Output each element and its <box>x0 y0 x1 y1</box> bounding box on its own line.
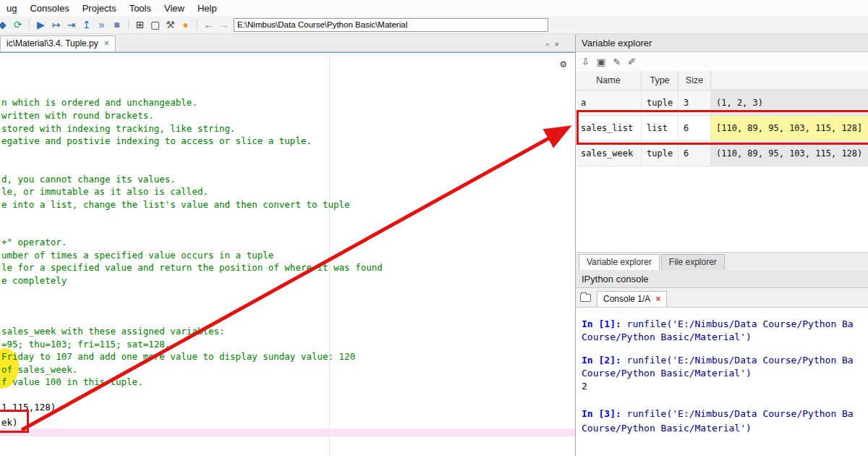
variable-value-cell[interactable]: [110, 89, 95, 103, 115, 128] <box>711 116 868 140</box>
python-env-icon[interactable]: ● <box>178 17 193 33</box>
console-line: 2 <box>582 380 868 392</box>
console-code-text: Course/Python Basic/Material') <box>582 368 752 379</box>
variable-value-cell[interactable]: (110, 89, 95, 103, 115, 128) <box>711 141 868 166</box>
menu-item-view[interactable]: View <box>158 1 191 15</box>
menu-item-projects[interactable]: Projects <box>76 1 123 15</box>
restart-kernel-icon[interactable]: ⟳ <box>10 17 25 33</box>
console-line: In [2]: runfile('E:/Nimbus/Data Course/P… <box>582 354 868 366</box>
variable-name-cell[interactable]: sales_list <box>576 116 642 140</box>
tools-wrench-icon[interactable]: ⚒ <box>163 17 178 33</box>
editor-line: n which is ordered and unchangeable. <box>1 96 197 109</box>
working-directory-input[interactable] <box>234 18 548 32</box>
variable-size-cell[interactable]: 3 <box>678 90 711 115</box>
import-data-icon[interactable]: ⇩ <box>582 56 590 67</box>
console-line: Course/Python Basic/Material') <box>582 331 868 343</box>
step-over-icon[interactable]: ↦ <box>48 17 64 33</box>
console-prompt: In [3]: <box>582 408 621 419</box>
editor-options-gear-icon[interactable]: ⚙ <box>561 58 566 69</box>
editor-line: of sales_week. <box>1 363 77 376</box>
editor-line: stored with indexing tracking, like stri… <box>1 122 236 135</box>
editor-tabbar: ic\Material\3.4. Tuple.py × ▫ × <box>0 34 575 52</box>
debug-file-icon[interactable]: ◆ <box>0 17 10 33</box>
editor-line: d, you cannot change its values. <box>1 173 176 185</box>
variable-name-cell[interactable]: sales_week <box>576 141 642 166</box>
variable-type-cell[interactable]: tuple <box>642 141 678 166</box>
console-code-text: runfile('E:/Nimbus/Data Course/Python Ba <box>621 355 854 366</box>
editor-pane-buttons: ▫ × <box>546 40 559 51</box>
close-pane-icon[interactable]: × <box>555 40 559 48</box>
code-editor[interactable]: n which is ordered and unchangeable.writ… <box>0 52 575 456</box>
forward-icon[interactable]: → <box>216 17 231 33</box>
main-toolbar: ◆⟳▶↦⇥↥»■⊞▢⚒●←→ <box>0 16 868 34</box>
variable-value-cell[interactable]: (1, 2, 3) <box>711 90 868 115</box>
editor-line: written with round brackets. <box>1 109 154 122</box>
step-into-icon[interactable]: ⇥ <box>64 17 79 33</box>
console-prompt: In [1]: <box>582 318 621 329</box>
ipython-console[interactable]: In [1]: runfile('E:/Nimbus/Data Course/P… <box>576 308 868 456</box>
console-tabbar: Console 1/A × <box>576 288 868 308</box>
editor-line: ek) <box>1 416 18 428</box>
variable-table-empty-area <box>576 166 868 252</box>
menubar: ugConsolesProjectsToolsViewHelp <box>0 0 868 16</box>
tab-variable-explorer[interactable]: Variable explorer <box>579 254 660 270</box>
stop-icon[interactable]: ■ <box>109 17 124 33</box>
save-data-icon[interactable]: ▣ <box>597 56 605 67</box>
column-header-value[interactable] <box>711 71 868 90</box>
main-area: ic\Material\3.4. Tuple.py × ▫ × n which … <box>0 34 868 456</box>
menu-item-ug[interactable]: ug <box>0 1 23 15</box>
continue-icon[interactable]: » <box>94 17 109 33</box>
tab-close-icon[interactable]: × <box>104 38 109 48</box>
column-header-type[interactable]: Type <box>642 71 678 90</box>
column-header-size[interactable]: Size <box>678 71 711 90</box>
insert-edit-icon[interactable]: ✐ <box>628 56 636 67</box>
menu-item-tools[interactable]: Tools <box>123 1 158 15</box>
variable-type-cell[interactable]: tuple <box>642 90 678 115</box>
menu-item-consoles[interactable]: Consoles <box>23 1 75 15</box>
editor-line: f value 100 in this tuple. <box>1 376 143 388</box>
console-tab-label: Console 1/A <box>603 294 650 304</box>
step-return-icon[interactable]: ↥ <box>79 17 94 33</box>
console-code-text: runfile('E:/Nimbus/Data Course/Python Ba <box>621 318 854 329</box>
variable-size-cell[interactable]: 6 <box>678 141 711 166</box>
editor-line: sales_week with these assigned variables… <box>1 325 225 337</box>
step-run-icon[interactable]: ▶ <box>33 17 48 33</box>
editor-tab-tuple-py[interactable]: ic\Material\3.4. Tuple.py × <box>0 35 116 51</box>
editor-line: e completely <box>1 274 67 287</box>
toolbar-icons: ◆⟳▶↦⇥↥»■⊞▢⚒●←→ <box>1 17 231 33</box>
console-prompt: In [2]: <box>582 355 621 366</box>
console-line: Course/Python Basic/Material') <box>582 367 868 379</box>
editor-line: egative and postivie indexing to access … <box>1 135 312 147</box>
variable-row-a[interactable]: atuple3(1, 2, 3) <box>576 90 868 116</box>
editor-line: le for a specified value and return the … <box>1 261 383 274</box>
console-line: Course/Python Basic/Material') <box>582 422 868 434</box>
spyder-window: ugConsolesProjectsToolsViewHelp ◆⟳▶↦⇥↥»■… <box>0 0 868 456</box>
explorer-tabs: Variable explorer File explorer <box>576 252 868 270</box>
panes-grid-icon[interactable]: ⊞ <box>132 17 148 33</box>
console-folder-icon[interactable] <box>580 294 591 302</box>
variable-row-sales_week[interactable]: sales_weektuple6(110, 89, 95, 103, 115, … <box>576 141 868 166</box>
variable-size-cell[interactable]: 6 <box>678 116 711 140</box>
menu-item-help[interactable]: Help <box>191 1 224 15</box>
console-output-text: 2 <box>582 381 587 392</box>
back-icon[interactable]: ← <box>201 17 216 33</box>
variable-type-cell[interactable]: list <box>642 116 678 140</box>
tab-file-explorer[interactable]: File explorer <box>661 254 725 270</box>
right-panel: Variable explorer ⇩▣✎✐ Name Type Size at… <box>575 34 868 456</box>
toolbar-separator <box>128 19 129 30</box>
console-tab-1a[interactable]: Console 1/A × <box>597 291 667 307</box>
variable-table-rows: atuple3(1, 2, 3)sales_listlist6[110, 89,… <box>576 90 868 166</box>
variable-row-sales_list[interactable]: sales_listlist6[110, 89, 95, 103, 115, 1… <box>576 116 868 141</box>
editor-line: =95; thu=103; fri=115; sat=128. <box>1 338 170 350</box>
variable-explorer-title: Variable explorer <box>582 38 652 48</box>
undock-pane-icon[interactable]: ▫ <box>546 40 549 48</box>
console-line: In [1]: runfile('E:/Nimbus/Data Course/P… <box>582 318 868 330</box>
console-tab-close-icon[interactable]: × <box>655 294 660 304</box>
column-header-name[interactable]: Name <box>576 71 642 90</box>
save-data-as-icon[interactable]: ✎ <box>613 56 621 67</box>
maximize-pane-icon[interactable]: ▢ <box>148 17 163 33</box>
variable-name-cell[interactable]: a <box>576 90 642 115</box>
variable-table-header: Name Type Size <box>576 71 868 90</box>
current-line-highlight <box>0 428 575 436</box>
console-line: In [3]: runfile('E:/Nimbus/Data Course/P… <box>582 408 868 420</box>
editor-line: e into a list, change the list's value a… <box>1 198 350 211</box>
